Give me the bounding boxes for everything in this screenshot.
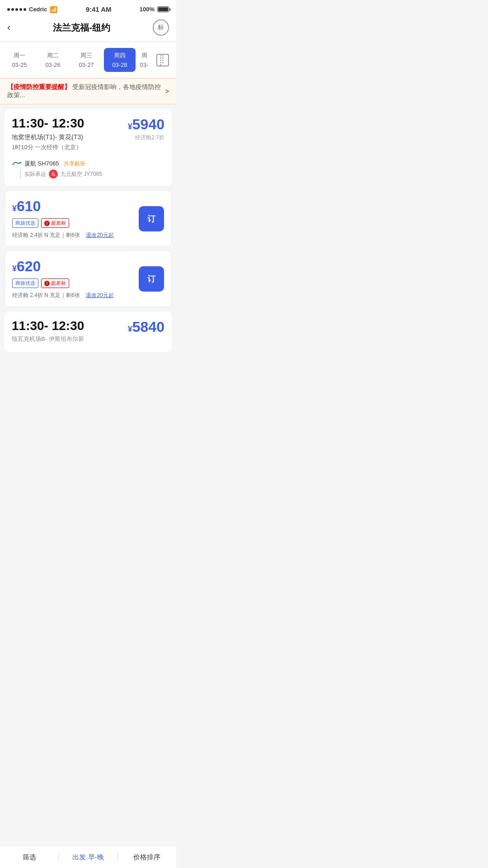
signal-bars [7,8,26,11]
date-tab-monday[interactable]: 周一 03-25 [4,48,35,72]
ticket-price-2: ¥620 [12,258,139,275]
shared-flight-tag: 共享航班 [64,160,85,168]
flight-header: 11:30- 12:30 地窝堡机场(T1)- 黄花(T3) 1时10分 一次经… [12,116,164,156]
price-sub: 经济舱2.7折 [128,134,164,142]
flight-time-range: 11:30- 12:30 [12,116,84,131]
battery-percent: 100% [140,6,155,13]
airline-row: 厦航 SH7065 共享航班 [12,160,164,168]
date-tabs: 周一 03-25 周二 03-26 周三 03-27 周四 03-28 周 03… [0,42,176,77]
juyuan-airline-logo: 九 [49,170,58,179]
battery-icon [157,6,169,12]
flight2-price-value: 5840 [132,319,164,335]
date-label: 03-27 [72,61,100,68]
ticket-yen-1: ¥ [12,204,17,213]
flight2-left: 11:30- 12:30 纽瓦克机场B- 伊斯坦布尔新 [12,319,84,345]
flight2-time: 11:30- 12:30 [12,319,84,333]
wifi-icon: 📶 [50,6,57,13]
status-left: Cedric 📶 [7,6,57,13]
ticket-option-1: ¥610 商旅优选 !超差标 经济舱 2.4折 N 充足｜剩6张 退改20元起 … [5,190,172,247]
sub-airline-label: 实际承运 [24,170,46,178]
flight-price: ¥5940 经济舱2.7折 [128,116,164,142]
alert-arrow-icon: > [165,88,169,95]
ticket-left-2: ¥620 商旅优选 !超差标 经济舱 2.4折 N 充足｜剩6张 退改20元起 [12,258,139,299]
weekday-label: 周一 [5,52,33,60]
sub-airline-row: 实际承运 九 九元航空 JY7065 [20,170,164,179]
date-tab-tuesday[interactable]: 周二 03-26 [37,48,69,72]
flight-card-2: 11:30- 12:30 纽瓦克机场B- 伊斯坦布尔新 ¥5840 [5,311,172,352]
book-button-2[interactable]: 订 [139,266,164,292]
warn-icon-2: ! [44,281,50,286]
tag-business-2: 商旅优选 [12,278,38,288]
tag-overstd-2: !超差标 [41,278,69,288]
refund-link-2[interactable]: 退改20元起 [86,292,113,298]
back-button[interactable]: ‹ [7,22,10,33]
date-label: 03-28 [106,61,134,68]
date-tab-wednesday[interactable]: 周三 03-27 [70,48,102,72]
ticket-left-1: ¥610 商旅优选 !超差标 经济舱 2.4折 N 充足｜剩6张 退改20元起 [12,198,139,239]
date-tab-next[interactable]: 周 03- [137,48,151,72]
flight-time: 11:30- 12:30 地窝堡机场(T1)- 黄花(T3) 1时10分 一次经… [12,116,84,156]
flight2-yen: ¥ [128,325,132,334]
status-right: 100% [140,6,169,13]
weekday-label: 周四 [106,52,134,60]
price-amount: ¥5940 [128,116,164,133]
svg-marker-0 [20,162,22,164]
ticket-yen-2: ¥ [12,264,17,273]
date-label: 03-26 [39,61,67,68]
price-value: 5940 [132,116,164,132]
flight2-price: ¥5840 [128,319,164,335]
ticket-option-2: ¥620 商旅优选 !超差标 经济舱 2.4折 N 充足｜剩6张 退改20元起 … [5,250,172,307]
book-button-1[interactable]: 订 [139,206,164,231]
refund-link-1[interactable]: 退改20元起 [86,232,113,238]
flight2-route: 纽瓦克机场B- 伊斯坦布尔新 [12,335,84,343]
date-label: 03- [139,61,149,68]
flight2-price-amount: ¥5840 [128,319,164,335]
xiamen-airline-logo [12,160,22,167]
alert-text: 【疫情防控重要提醒】 受新冠疫情影响，各地疫情防控政策... [7,83,165,99]
ticket-info-2: 经济舱 2.4折 N 充足｜剩6张 [12,292,80,298]
tag-row-2: 商旅优选 !超差标 [12,278,139,288]
weekday-label: 周 [139,52,149,60]
sub-airline-name: 九元航空 JY7065 [61,170,102,178]
tag-button[interactable]: 标 [153,19,169,36]
flight-route: 地窝堡机场(T1)- 黄花(T3) [12,133,84,142]
date-tab-thursday[interactable]: 周四 03-28 [104,48,136,72]
tag-business-1: 商旅优选 [12,218,38,228]
alert-tag: 【疫情防控重要提醒】 [7,83,70,90]
ticket-detail-1: 经济舱 2.4折 N 充足｜剩6张 退改20元起 [12,231,139,239]
weekday-label: 周二 [39,52,67,60]
ticket-price-value-2: 620 [17,258,41,274]
nav-bar: ‹ 法兰克福-纽约 标 [0,16,176,42]
ticket-price-value-1: 610 [17,198,41,214]
ticket-detail-2: 经济舱 2.4折 N 充足｜剩6张 退改20元起 [12,292,139,299]
tag-overstd-1: !超差标 [41,218,69,228]
ticket-price-1: ¥610 [12,198,139,215]
warn-icon-1: ! [44,221,50,226]
carrier-name: Cedric [29,6,47,13]
alert-banner[interactable]: 【疫情防控重要提醒】 受新冠疫情影响，各地疫情防控政策... > [0,78,176,104]
date-label: 03-25 [5,61,33,68]
flight-card-1: 11:30- 12:30 地窝堡机场(T1)- 黄花(T3) 1时10分 一次经… [5,109,172,186]
status-time: 9:41 AM [86,5,112,13]
flight-info: 1时10分 一次经停（北京） [12,143,84,151]
tag-row-1: 商旅优选 !超差标 [12,218,139,228]
price-yen-symbol: ¥ [128,122,132,131]
page-title: 法兰克福-纽约 [53,22,110,34]
weekday-label: 周三 [72,52,100,60]
airline-name: 厦航 SH7065 [24,160,59,168]
ticket-info-1: 经济舱 2.4折 N 充足｜剩6张 [12,232,80,238]
calendar-button[interactable] [153,50,173,70]
calendar-icon [156,54,169,66]
status-bar: Cedric 📶 9:41 AM 100% [0,0,176,16]
